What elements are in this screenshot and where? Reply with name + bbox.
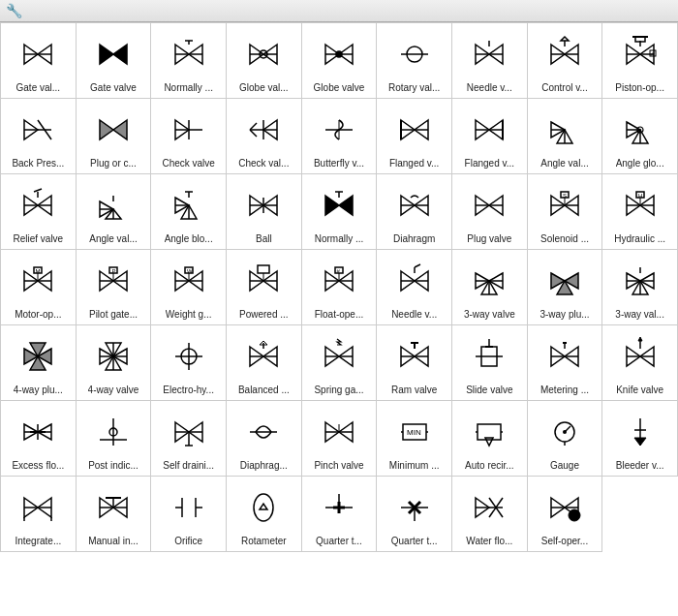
valve-cell-60[interactable]: Water flo... (452, 477, 528, 552)
valve-cell-44[interactable]: Knife valve (602, 325, 678, 401)
svg-point-269 (569, 509, 580, 521)
valve-cell-17[interactable]: Angle glo... (602, 99, 678, 174)
valve-cell-18[interactable]: Relief valve (1, 174, 77, 250)
valve-label-16: Angle val... (540, 158, 588, 169)
valve-cell-37[interactable]: 4-way valve (77, 325, 152, 401)
valve-cell-42[interactable]: Slide valve (452, 325, 528, 401)
valve-cell-53[interactable]: Bleeder v... (602, 401, 678, 477)
valve-cell-15[interactable]: Flanged v... (452, 99, 528, 174)
valve-symbol-15 (454, 103, 525, 156)
valve-label-58: Quarter t... (316, 536, 362, 547)
valve-cell-10[interactable]: Plug or c... (77, 99, 152, 174)
valve-cell-39[interactable]: Balanced ... (227, 325, 302, 401)
valve-label-7: Control v... (541, 82, 588, 94)
valve-cell-33[interactable]: 3-way valve (452, 250, 528, 325)
valve-cell-50[interactable]: MINMinimum ... (377, 401, 452, 477)
valve-symbol-6 (454, 27, 525, 80)
valve-cell-31[interactable]: #Float-ope... (302, 250, 378, 325)
valve-cell-7[interactable]: Control v... (528, 23, 603, 99)
valve-symbol-26: H (604, 178, 675, 231)
valve-cell-47[interactable]: Self draini... (151, 401, 227, 477)
valve-symbol-10 (78, 103, 149, 156)
valve-cell-41[interactable]: Ram valve (377, 325, 452, 401)
valve-symbol-54 (3, 480, 74, 534)
valve-cell-28[interactable]: PPilot gate... (77, 250, 152, 325)
valve-cell-0[interactable]: Gate val... (1, 23, 77, 99)
valve-cell-22[interactable]: Normally ... (302, 174, 378, 250)
valve-symbol-20 (153, 178, 224, 231)
valve-cell-29[interactable]: WWeight g... (151, 250, 227, 325)
valve-cell-21[interactable]: Ball (227, 174, 302, 250)
valve-cell-49[interactable]: Pinch valve (302, 401, 378, 477)
valve-cell-54[interactable]: Integrate... (1, 477, 77, 552)
valve-cell-59[interactable]: Quarter t... (377, 477, 452, 552)
valve-symbol-2 (153, 27, 224, 80)
valve-cell-55[interactable]: Manual in... (77, 477, 152, 552)
valve-cell-27[interactable]: MMotor-op... (1, 250, 77, 325)
valve-label-31: Float-ope... (315, 309, 364, 321)
valve-label-56: Orifice (174, 536, 202, 547)
valve-symbol-56 (153, 480, 224, 534)
valve-cell-46[interactable]: Post indic... (77, 401, 152, 477)
valve-cell-1[interactable]: Gate valve (77, 23, 152, 99)
valve-symbol-1 (78, 27, 149, 80)
svg-text:P: P (111, 268, 115, 274)
valve-cell-58[interactable]: Quarter t... (302, 477, 378, 552)
valve-label-32: Needle v... (391, 309, 437, 321)
title-bar: 🔧 (0, 0, 678, 22)
valve-label-55: Manual in... (88, 536, 139, 547)
valve-cell-2[interactable]: Normally ... (151, 23, 227, 99)
valve-cell-51[interactable]: Auto recir... (452, 401, 528, 477)
valve-symbol-11 (153, 103, 224, 156)
valve-cell-23[interactable]: Diahragm (377, 174, 452, 250)
valve-symbol-23 (379, 178, 449, 231)
valve-label-48: Diaphrag... (240, 460, 288, 472)
valve-label-2: Normally ... (164, 82, 213, 94)
valve-cell-11[interactable]: Check valve (151, 99, 227, 174)
valve-cell-38[interactable]: Electro-hy... (151, 325, 227, 401)
valve-cell-24[interactable]: Plug valve (452, 174, 528, 250)
valve-cell-14[interactable]: Flanged v... (377, 99, 452, 174)
valve-symbol-33 (454, 254, 525, 307)
valve-cell-35[interactable]: 3-way val... (602, 250, 678, 325)
valve-cell-9[interactable]: Back Pres... (1, 99, 77, 174)
valve-cell-61[interactable]: Self-oper... (528, 477, 603, 552)
valve-cell-45[interactable]: Excess flo... (1, 401, 77, 477)
svg-marker-92 (325, 196, 339, 215)
valve-cell-30[interactable]: Powered ... (227, 250, 302, 325)
valve-symbol-5 (379, 27, 449, 80)
valve-cell-56[interactable]: Orifice (151, 477, 227, 552)
valve-cell-34[interactable]: 3-way plu... (528, 250, 603, 325)
valve-cell-32[interactable]: Needle v... (377, 250, 452, 325)
valve-symbol-37 (78, 329, 149, 383)
valve-cell-6[interactable]: Needle v... (452, 23, 528, 99)
valve-cell-5[interactable]: Rotary val... (377, 23, 452, 99)
valve-cell-52[interactable]: Gauge (528, 401, 603, 477)
valve-label-49: Pinch valve (314, 460, 363, 472)
valve-label-39: Balanced ... (238, 385, 290, 396)
valve-label-20: Angle blo... (165, 233, 213, 245)
valve-cell-36[interactable]: 4-way plu... (1, 325, 77, 401)
valve-cell-57[interactable]: Rotameter (227, 477, 302, 552)
valve-cell-26[interactable]: HHydraulic ... (602, 174, 678, 250)
valve-label-25: Solenoid ... (540, 233, 589, 245)
valve-cell-16[interactable]: Angle val... (528, 99, 603, 174)
valve-label-35: 3-way val... (615, 309, 664, 321)
valve-symbol-52 (530, 405, 601, 458)
valve-cell-48[interactable]: Diaphrag... (227, 401, 302, 477)
valve-label-1: Gate valve (90, 82, 137, 94)
valve-cell-8[interactable]: #Piston-op... (602, 23, 678, 99)
valve-symbol-51 (454, 405, 525, 458)
valve-cell-19[interactable]: Angle val... (77, 174, 152, 250)
valve-label-42: Slide valve (466, 385, 512, 396)
valve-cell-43[interactable]: Metering ... (528, 325, 603, 401)
valve-cell-20[interactable]: Angle blo... (151, 174, 227, 250)
valve-symbol-31: # (304, 254, 375, 307)
valve-cell-40[interactable]: Spring ga... (302, 325, 378, 401)
valve-cell-13[interactable]: Butterfly v... (302, 99, 378, 174)
valve-cell-25[interactable]: SSolenoid ... (528, 174, 603, 250)
valve-cell-12[interactable]: Check val... (227, 99, 302, 174)
valve-cell-3[interactable]: Globe val... (227, 23, 302, 99)
valve-cell-4[interactable]: Globe valve (302, 23, 378, 99)
valve-label-26: Hydraulic ... (614, 233, 665, 245)
